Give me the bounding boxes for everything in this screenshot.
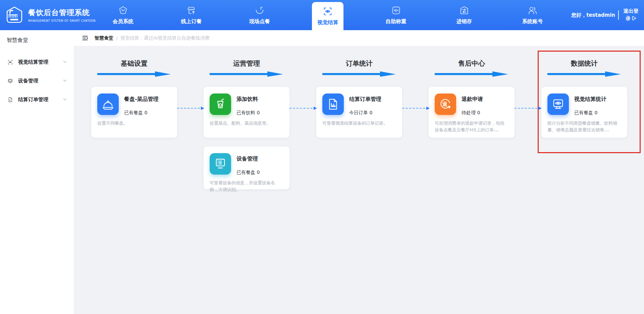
flow-connector [177, 108, 203, 109]
card-description: 设置不同餐盘。 [97, 120, 171, 127]
column-title: 订单统计 [316, 59, 402, 68]
column-title: 运营管理 [204, 59, 289, 68]
sidebar-item-settlement-orders[interactable]: 结算订单管理 [0, 90, 74, 109]
card-description: 统计分析不同类型餐盘销量、饮料销量、销售总额及查看过去销售... [547, 120, 621, 133]
breadcrumb-root[interactable]: 智慧食堂 [95, 35, 113, 41]
nav-member-system[interactable]: 会员系统 [107, 0, 139, 30]
sidebar-menu: 视觉结算管理 设备管理 结算订单管理 [0, 53, 74, 109]
nav-label: 自助称重 [386, 18, 407, 25]
card-plate-dish-management[interactable]: 餐盘-菜品管理 已有餐盘 0 设置不同餐盘。 [91, 87, 177, 138]
refund-glyph: 退 [442, 101, 447, 107]
flow-connector [402, 108, 429, 109]
card-title: 添加饮料 [236, 96, 260, 103]
nav-self-weighing[interactable]: 自助称重 [380, 0, 412, 30]
card-count: 今日订单 0 [349, 110, 381, 116]
logout-button[interactable]: 退出登录 [622, 8, 640, 22]
chevron-down-icon [63, 78, 67, 84]
collapse-menu-icon [82, 35, 88, 41]
flow-arrow [435, 71, 508, 77]
sidebar-item-label: 结算订单管理 [18, 97, 58, 103]
nav-label: 视觉结算 [317, 19, 338, 26]
nav-label: 现场点餐 [249, 18, 270, 25]
eye-scan-icon [323, 6, 333, 16]
nav-online-ordering[interactable]: 线上订餐 [175, 0, 207, 30]
nav-visual-settlement[interactable]: 视觉结算 [312, 2, 343, 30]
card-count: 已有餐盘 0 [124, 110, 159, 116]
card-settlement-order-management[interactable]: 结算订单管理 今日订单 0 可查看视觉结算设备的订单记录。 [316, 87, 402, 138]
top-header: 智慧食堂 餐饮后台管理系统 MANAGEMENT SYSTEM OF SMART… [0, 0, 644, 30]
device-monitor-icon [210, 153, 231, 175]
column-order-statistics: 订单统计 [316, 59, 402, 138]
card-description: 可查看设备的信息，并设置设备名称，方便识别。 [210, 180, 283, 193]
card-title: 退款申请 [462, 96, 483, 103]
logo-text: 智慧食堂 [8, 15, 17, 18]
flow-connector [515, 108, 541, 109]
logout-icon [632, 16, 636, 20]
plate-icon [97, 93, 119, 115]
breadcrumb-current: 视觉结算：通过AI视觉结算台自选餐线消费 [120, 35, 210, 41]
nav-label: 线上订餐 [181, 18, 202, 25]
document-icon [7, 97, 13, 103]
collapse-sidebar-button[interactable] [82, 35, 88, 41]
users-icon [528, 5, 538, 15]
breadcrumb-separator: / [116, 36, 118, 41]
warehouse-icon [459, 5, 469, 15]
visual-stat-icon [547, 93, 569, 115]
chevron-down-icon [63, 59, 67, 65]
card-refund-request[interactable]: 退 退款申请 待处理 0 可处理消费者的退款申请记录，包括设备点餐及云餐厅H5上… [429, 87, 515, 138]
card-count: 已有饮料 0 [236, 110, 260, 116]
flow-arrow [210, 71, 283, 77]
card-visual-settlement-statistics[interactable]: 视觉结算统计 已有餐盘 0 统计分析不同类型餐盘销量、饮料销量、销售总额及查看过… [541, 87, 627, 138]
card-title: 餐盘-菜品管理 [124, 96, 159, 103]
sidebar-title: 智慧食堂 [0, 30, 74, 44]
column-title: 数据统计 [541, 59, 627, 68]
sidebar-item-label: 视觉结算管理 [18, 59, 58, 65]
user-area: 您好，testadmin 退出登录 [571, 0, 644, 30]
divider [618, 10, 619, 20]
flow-connector [289, 108, 316, 109]
scale-icon [391, 5, 401, 15]
nav-label: 会员系统 [113, 18, 133, 25]
nav-inventory[interactable]: 进销存 [451, 0, 478, 30]
user-greeting: 您好，testadmin [571, 12, 615, 18]
top-nav: 会员系统 线上订餐 现场点餐 [89, 0, 567, 30]
nav-label: 系统账号 [522, 18, 543, 25]
column-data-statistics: 数据统计 [541, 59, 627, 138]
app-window: 智慧食堂 餐饮后台管理系统 MANAGEMENT SYSTEM OF SMART… [0, 0, 644, 314]
card-title: 设备管理 [236, 155, 260, 163]
column-after-sales: 售后中心 退 退款申请 [429, 59, 515, 138]
nav-onsite-ordering[interactable]: 现场点餐 [244, 0, 275, 30]
nav-system-account[interactable]: 系统账号 [517, 0, 548, 30]
app-title: 餐饮后台管理系统 [28, 8, 96, 18]
card-add-drinks[interactable]: 添加饮料 已有饮料 0 设置菜品、配料、菜品信息等。 [204, 87, 289, 138]
sidebar-item-visual-settlement[interactable]: 视觉结算管理 [0, 53, 74, 71]
flow-arrow [322, 71, 396, 77]
card-description: 设置菜品、配料、菜品信息等。 [210, 120, 283, 127]
dish-icon [255, 5, 265, 15]
gem-icon [118, 5, 128, 15]
app-subtitle: MANAGEMENT SYSTEM OF SMART CANTEEN [28, 19, 96, 22]
card-device-management[interactable]: 设备管理 已有餐盘 0 可查看设备的信息，并设置设备名称，方便识别。 [204, 146, 289, 189]
flow-arrow [547, 71, 621, 77]
column-basic-settings: 基础设置 餐盘-菜品管理 [91, 59, 177, 138]
sidebar: 智慧食堂 视觉结算管理 设备管理 [0, 30, 74, 314]
flow-arrow [97, 71, 171, 77]
card-count: 已有餐盘 0 [236, 170, 260, 176]
sidebar-item-device-management[interactable]: 设备管理 [0, 71, 74, 90]
chevron-down-icon [63, 97, 67, 103]
column-operations: 运营管理 添加饮料 [204, 59, 289, 189]
flow-board: 基础设置 餐盘-菜品管理 [74, 46, 644, 314]
breadcrumb: 智慧食堂 / 视觉结算：通过AI视觉结算台自选餐线消费 [95, 35, 209, 41]
canteen-logo-icon: 智慧食堂 [5, 5, 24, 25]
column-title: 售后中心 [429, 59, 515, 68]
breadcrumb-bar: 智慧食堂 / 视觉结算：通过AI视觉结算台自选餐线消费 [74, 30, 644, 46]
app-logo: 智慧食堂 餐饮后台管理系统 MANAGEMENT SYSTEM OF SMART… [0, 0, 89, 30]
refund-icon: 退 [435, 93, 456, 115]
storefront-icon [186, 5, 196, 15]
eye-scan-icon [7, 59, 13, 65]
drink-icon [210, 93, 231, 115]
order-report-icon [322, 93, 344, 115]
sidebar-item-label: 设备管理 [18, 78, 58, 84]
card-description: 可查看视觉结算设备的订单记录。 [322, 120, 396, 127]
main-content: 智慧食堂 / 视觉结算：通过AI视觉结算台自选餐线消费 基础设置 [74, 30, 644, 314]
